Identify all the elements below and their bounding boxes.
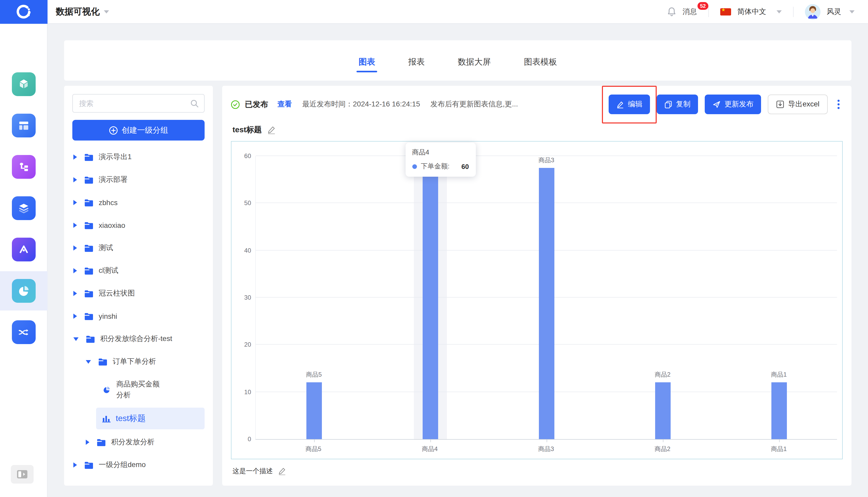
tree-item-folder[interactable]: 冠云柱状图 — [72, 282, 204, 305]
caret-right-icon[interactable] — [86, 440, 89, 445]
tree-item-label: 商品购买金额分析 — [116, 379, 162, 400]
chart-tooltip: 商品4 下单金额: 60 — [405, 143, 475, 177]
republish-button[interactable]: 更新发布 — [705, 95, 761, 114]
chart-description: 这是一个描述 — [232, 467, 273, 476]
tree-item-folder[interactable]: 演示导出1 — [72, 146, 204, 168]
rail-item-cube[interactable] — [0, 65, 47, 104]
rail-item-org-chart[interactable] — [0, 147, 47, 186]
tree-item-folder-expanded[interactable]: 积分发放综合分析-test — [72, 328, 204, 350]
layout-icon — [12, 114, 35, 138]
edit-button[interactable]: 编辑 — [609, 95, 650, 114]
tab-dashboards[interactable]: 数据大屏 — [458, 40, 491, 81]
tree-item-folder[interactable]: 积分发放分析 — [72, 431, 204, 454]
avatar[interactable] — [805, 4, 821, 19]
tab-chart-templates[interactable]: 图表模板 — [524, 40, 557, 81]
bar-slot[interactable]: 商品3 — [488, 156, 604, 439]
tab-reports[interactable]: 报表 — [408, 40, 425, 81]
caret-right-icon[interactable] — [73, 155, 77, 160]
rail-item-pie-chart[interactable] — [0, 271, 47, 311]
tree-item-label: 订单下单分析 — [113, 357, 156, 366]
edit-description-pencil-icon[interactable] — [278, 467, 286, 475]
caret-right-icon[interactable] — [73, 200, 77, 205]
caret-right-icon[interactable] — [73, 268, 77, 273]
tree-item-label: 演示部署 — [99, 175, 128, 184]
pie-chart-icon — [102, 385, 111, 394]
bell-icon[interactable] — [667, 7, 676, 16]
folder-icon — [86, 335, 95, 343]
user-menu[interactable]: 风灵 — [827, 7, 855, 16]
sidebar-collapse-button[interactable] — [11, 465, 33, 484]
layers-icon — [12, 196, 35, 220]
rail-item-layout[interactable] — [0, 106, 47, 145]
caret-down-icon[interactable] — [86, 360, 91, 364]
tree-item-label: 冠云柱状图 — [99, 289, 135, 298]
rail-item-layers[interactable] — [0, 188, 47, 228]
x-tick-label: 商品3 — [488, 445, 604, 454]
tooltip-value: 60 — [461, 162, 469, 170]
caret-down-icon[interactable] — [73, 337, 79, 341]
rail-item-shuffle[interactable] — [0, 313, 47, 352]
collapse-panel-icon — [16, 470, 28, 479]
x-tick-label: 商品2 — [604, 445, 721, 454]
bar-slot[interactable]: 商品2 — [604, 156, 721, 439]
bar-slot-hovered[interactable]: 商品4 — [372, 156, 488, 439]
tree-item-folder[interactable]: 一级分组demo — [72, 454, 204, 476]
tree-item-folder[interactable]: xiaoxiao — [72, 214, 204, 237]
published-badge: 已发布 — [245, 99, 268, 109]
chart-title-row: test标题 — [232, 122, 843, 138]
x-tick-label: 商品1 — [721, 445, 837, 454]
edit-title-pencil-icon[interactable] — [267, 125, 276, 134]
rail-item-ai[interactable] — [0, 230, 47, 269]
caret-right-icon[interactable] — [73, 177, 77, 182]
bar[interactable] — [771, 383, 787, 439]
bar[interactable] — [655, 383, 670, 439]
export-excel-button[interactable]: 导出excel — [768, 95, 828, 114]
messages-menu[interactable]: 消息 52 — [683, 7, 697, 16]
bar-value-label: 商品1 — [771, 371, 787, 380]
tree-item-folder[interactable]: yinshi — [72, 305, 204, 328]
bar-slot[interactable]: 商品5 — [256, 156, 372, 439]
view-link[interactable]: 查看 — [278, 100, 292, 109]
caret-right-icon[interactable] — [73, 314, 77, 319]
caret-right-icon[interactable] — [73, 291, 77, 296]
bar-chart-icon — [102, 415, 111, 422]
y-tick-label: 40 — [244, 247, 251, 254]
tree-item-folder[interactable]: cl测试 — [72, 259, 204, 282]
folder-icon — [84, 267, 94, 274]
content-tabs: 图表 报表 数据大屏 图表模板 — [64, 40, 852, 81]
bar-slot[interactable]: 商品1 — [721, 156, 837, 439]
create-group-button[interactable]: 创建一级分组 — [72, 120, 204, 141]
bar[interactable] — [539, 168, 554, 439]
app-logo[interactable] — [0, 0, 47, 24]
tree-item-folder[interactable]: zbhcs — [72, 191, 204, 214]
tree-item-pie-chart[interactable]: 商品购买金额分析 — [72, 373, 204, 406]
tree-item-bar-chart-selected[interactable]: test标题 — [72, 406, 204, 431]
caret-right-icon[interactable] — [73, 463, 77, 468]
folder-icon — [84, 176, 94, 184]
series-dot-icon — [412, 164, 417, 169]
bar[interactable] — [306, 383, 322, 439]
search-input[interactable] — [73, 95, 204, 112]
bar-value-label: 商品3 — [538, 156, 554, 165]
search-icon — [190, 99, 199, 108]
app-rail — [0, 24, 47, 497]
pencil-icon — [617, 100, 624, 108]
bar[interactable] — [422, 168, 438, 439]
tree-item-folder[interactable]: 演示部署 — [72, 168, 204, 191]
tree-item-folder[interactable]: 测试 — [72, 237, 204, 259]
more-actions-button[interactable] — [835, 98, 843, 111]
chart-detail-panel: 已发布 查看 最近发布时间：2024-12-16 16:24:15 发布后有更新… — [222, 86, 852, 486]
language-caret-icon[interactable] — [777, 10, 782, 13]
plus-circle-icon — [109, 126, 117, 134]
tab-charts[interactable]: 图表 — [359, 40, 375, 81]
top-header: 数据可视化 消息 52 ★ 简体中文 — [0, 0, 868, 24]
bar-chart: 0 10 20 30 40 50 60 商品5 商品4 商品3 — [231, 141, 843, 459]
copy-button[interactable]: 复制 — [657, 95, 698, 114]
publish-status-row: 已发布 查看 最近发布时间：2024-12-16 16:24:15 发布后有更新… — [231, 93, 843, 116]
caret-right-icon[interactable] — [73, 245, 77, 251]
app-title-caret-icon[interactable] — [104, 10, 109, 13]
caret-right-icon[interactable] — [73, 223, 77, 228]
x-axis-labels: 商品5 商品4 商品3 商品2 商品1 — [255, 445, 837, 454]
bar-value-label: 商品2 — [655, 371, 670, 380]
tree-item-folder-expanded[interactable]: 订单下单分析 — [72, 350, 204, 373]
